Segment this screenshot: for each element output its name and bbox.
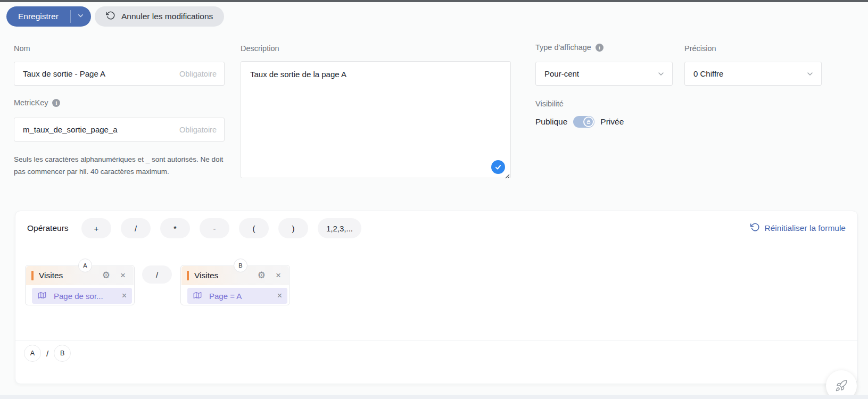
description-value: Taux de sortie de la page A [250, 70, 346, 79]
expression-operand-b: B [54, 345, 71, 362]
operator-divide-button[interactable]: / [121, 218, 151, 238]
segment-chip[interactable]: Page = A × [187, 288, 287, 304]
visibility-toggle[interactable] [573, 116, 594, 128]
operator-number-button[interactable]: 1,2,3,... [318, 218, 361, 238]
top-strip [0, 0, 868, 2]
save-button[interactable]: Enregistrer [6, 6, 70, 27]
reset-formula-button[interactable]: Réinitialiser la formule [750, 218, 846, 238]
metric-name: Visites [194, 266, 218, 285]
display-type-info-icon[interactable]: i [596, 44, 604, 52]
segment-label: Page de sor... [54, 292, 103, 301]
map-icon [37, 291, 47, 301]
reset-label: Réinitialiser la formule [765, 223, 846, 233]
metrickey-required-hint: Obligatoire [179, 126, 224, 134]
operator-plus-button[interactable]: + [81, 218, 111, 238]
undo-icon [106, 11, 115, 22]
name-label: Nom [14, 44, 30, 53]
visibility-public-label: Publique [535, 117, 567, 127]
resize-handle[interactable] [504, 171, 510, 177]
metric-block-b[interactable]: B Visites ⚙ × Page = A × [180, 265, 290, 305]
block-badge-b: B [234, 259, 247, 272]
description-label: Description [241, 44, 279, 53]
metrickey-input[interactable]: m_taux_de_sortie_page_a Obligatoire [14, 118, 225, 142]
save-dropdown-button[interactable] [71, 6, 91, 27]
metrickey-label-row: MetricKey i [14, 98, 60, 107]
formula-divider [15, 340, 857, 340]
precision-value: 0 Chiffre [685, 69, 806, 78]
name-required-hint: Obligatoire [179, 70, 224, 78]
segment-label: Page = A [209, 292, 242, 301]
metrickey-label: MetricKey [14, 98, 48, 107]
metric-accent-bar [31, 271, 34, 280]
save-split-button[interactable]: Enregistrer [6, 6, 91, 27]
expression-preview: A / B [24, 345, 71, 362]
expression-operand-a: A [24, 345, 41, 362]
metrickey-help-text: Seuls les caractères alphanumériques et … [14, 153, 228, 178]
name-input[interactable]: Taux de sortie - Page A Obligatoire [14, 62, 225, 86]
operator-open-paren-button[interactable]: ( [239, 218, 269, 238]
operator-multiply-button[interactable]: * [160, 218, 190, 238]
metric-block-a[interactable]: A Visites ⚙ × Page de sor... × [25, 265, 135, 305]
display-type-select[interactable]: Pour-cent [535, 62, 673, 86]
display-type-label-row: Type d'affichage i [535, 43, 604, 52]
visibility-label: Visibilité [535, 99, 564, 108]
operator-minus-button[interactable]: - [200, 218, 229, 238]
bottom-strip [0, 395, 868, 399]
operators-label: Opérateurs [27, 218, 69, 238]
valid-check-icon [491, 160, 505, 174]
gear-icon[interactable]: ⚙ [102, 266, 110, 285]
division-operator-pill[interactable]: / [142, 265, 172, 284]
precision-label: Précision [684, 44, 716, 53]
metric-accent-bar [187, 271, 189, 280]
visibility-row: Publique Privée [535, 116, 624, 128]
precision-select[interactable]: 0 Chiffre [684, 62, 822, 86]
visibility-private-label: Privée [600, 117, 624, 127]
visibility-toggle-knob [583, 117, 594, 127]
metric-editor-page: Enregistrer Annuler les modifications No… [0, 0, 868, 399]
segment-chip[interactable]: Page de sor... × [32, 288, 132, 304]
chevron-down-icon [77, 12, 85, 22]
undo-changes-button[interactable]: Annuler les modifications [95, 6, 224, 27]
gear-icon[interactable]: ⚙ [258, 266, 266, 285]
lock-icon [586, 119, 591, 124]
block-badge-a: A [78, 259, 92, 272]
map-icon [193, 291, 202, 301]
chevron-down-icon [657, 70, 672, 78]
metric-name: Visites [39, 266, 63, 285]
reset-icon [750, 222, 760, 234]
close-icon[interactable]: × [277, 291, 282, 301]
expression-operator: / [46, 349, 48, 358]
metrickey-value: m_taux_de_sortie_page_a [14, 125, 179, 134]
chevron-down-icon [806, 70, 821, 78]
undo-label: Annuler les modifications [121, 12, 213, 21]
name-value: Taux de sortie - Page A [14, 69, 179, 78]
description-textarea[interactable]: Taux de sortie de la page A [241, 61, 511, 178]
info-icon[interactable]: i [52, 99, 60, 107]
display-type-label: Type d'affichage [535, 43, 591, 52]
display-type-value: Pour-cent [536, 69, 657, 78]
close-icon[interactable]: × [276, 266, 281, 285]
operator-close-paren-button[interactable]: ) [278, 218, 308, 238]
formula-panel: Opérateurs + / * - ( ) 1,2,3,... Réiniti… [15, 211, 858, 384]
operators-row: + / * - ( ) 1,2,3,... [81, 218, 361, 238]
close-icon[interactable]: × [122, 291, 127, 301]
close-icon[interactable]: × [120, 266, 126, 285]
rocket-icon [835, 379, 848, 392]
